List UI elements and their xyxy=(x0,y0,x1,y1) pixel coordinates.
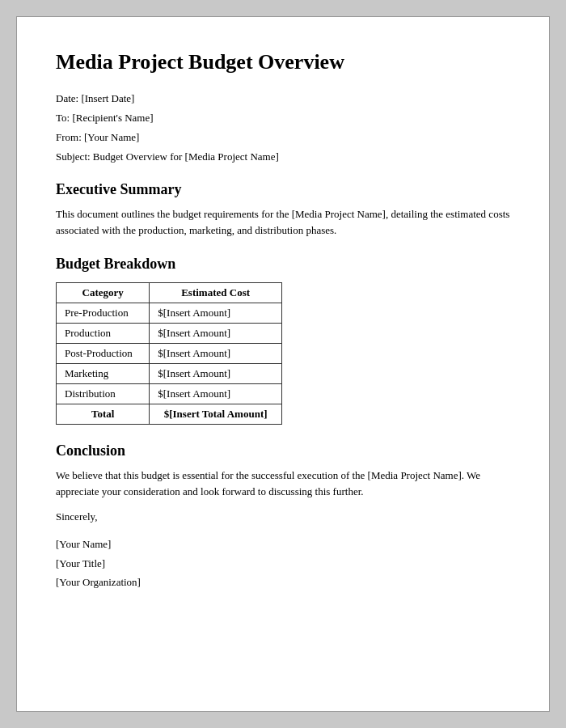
subject-line: Subject: Budget Overview for [Media Proj… xyxy=(56,150,510,163)
total-label: Total xyxy=(57,404,150,425)
cost-cell: $[Insert Amount] xyxy=(150,344,282,364)
category-cell: Pre-Production xyxy=(57,303,150,324)
cost-cell: $[Insert Amount] xyxy=(150,384,282,404)
executive-summary-heading: Executive Summary xyxy=(56,181,510,198)
table-row: Marketing$[Insert Amount] xyxy=(57,364,282,384)
category-cell: Distribution xyxy=(57,384,150,404)
to-line: To: [Recipient's Name] xyxy=(56,112,510,125)
executive-summary-body: This document outlines the budget requir… xyxy=(56,206,510,238)
category-cell: Marketing xyxy=(57,364,150,384)
total-row: Total $[Insert Total Amount] xyxy=(57,404,282,425)
signature-name: [Your Name] xyxy=(56,535,510,553)
signature-title: [Your Title] xyxy=(56,554,510,573)
cost-cell: $[Insert Amount] xyxy=(150,303,282,324)
col-category-header: Category xyxy=(57,283,150,303)
document-title: Media Project Budget Overview xyxy=(56,49,510,74)
total-value: $[Insert Total Amount] xyxy=(150,404,282,425)
cost-cell: $[Insert Amount] xyxy=(150,324,282,344)
table-row: Distribution$[Insert Amount] xyxy=(57,384,282,404)
sincerely-line: Sincerely, xyxy=(56,510,510,523)
conclusion-heading: Conclusion xyxy=(56,442,510,459)
from-line: From: [Your Name] xyxy=(56,131,510,144)
budget-table: Category Estimated Cost Pre-Production$[… xyxy=(56,282,282,425)
cost-cell: $[Insert Amount] xyxy=(150,364,282,384)
category-cell: Post-Production xyxy=(57,344,150,364)
budget-breakdown-heading: Budget Breakdown xyxy=(56,256,510,273)
col-cost-header: Estimated Cost xyxy=(150,283,282,303)
conclusion-body: We believe that this budget is essential… xyxy=(56,468,510,499)
signature-block: [Your Name] [Your Title] [Your Organizat… xyxy=(56,535,510,591)
date-line: Date: [Insert Date] xyxy=(56,92,510,105)
signature-organization: [Your Organization] xyxy=(56,573,510,591)
table-row: Production$[Insert Amount] xyxy=(57,324,282,344)
document-page: Media Project Budget Overview Date: [Ins… xyxy=(16,16,550,712)
table-row: Pre-Production$[Insert Amount] xyxy=(57,303,282,324)
category-cell: Production xyxy=(57,324,150,344)
table-row: Post-Production$[Insert Amount] xyxy=(57,344,282,364)
